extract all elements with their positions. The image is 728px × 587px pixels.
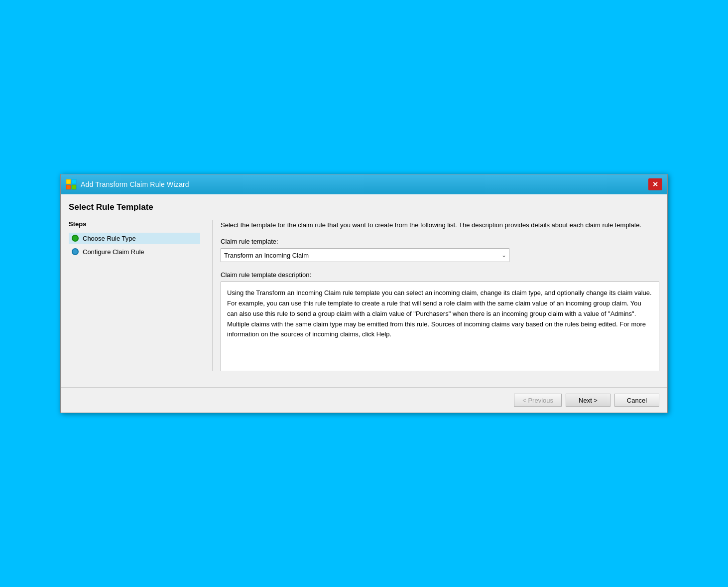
sidebar-item-configure-claim-rule[interactable]: Configure Claim Rule: [69, 246, 200, 258]
title-bar-left: Add Transform Claim Rule Wizard: [66, 179, 189, 190]
svg-rect-0: [66, 179, 71, 184]
cancel-button[interactable]: Cancel: [614, 394, 659, 407]
next-button[interactable]: Next >: [566, 394, 610, 407]
wizard-window: Add Transform Claim Rule Wizard ✕ Select…: [60, 174, 668, 414]
step-label-choose-rule-type: Choose Rule Type: [83, 235, 136, 242]
template-dropdown-wrapper: Transform an Incoming Claim ⌄: [221, 248, 509, 262]
svg-rect-1: [72, 179, 76, 184]
sidebar-item-choose-rule-type[interactable]: Choose Rule Type: [69, 233, 200, 244]
step-dot-blue: [72, 248, 79, 255]
window-content: Select Rule Template Steps Choose Rule T…: [61, 194, 667, 380]
svg-rect-2: [66, 185, 71, 189]
right-panel: Select the template for the claim rule t…: [217, 220, 659, 372]
step-label-configure-claim-rule: Configure Claim Rule: [83, 248, 144, 256]
title-bar-title: Add Transform Claim Rule Wizard: [81, 180, 189, 188]
step-dot-green: [72, 235, 79, 242]
intro-description: Select the template for the claim rule t…: [221, 220, 659, 230]
main-area: Steps Choose Rule Type Configure Claim R…: [69, 220, 659, 372]
vertical-divider: [212, 220, 213, 372]
footer: < Previous Next > Cancel: [61, 387, 667, 413]
desc-box-label: Claim rule template description:: [221, 271, 659, 279]
sidebar: Steps Choose Rule Type Configure Claim R…: [69, 220, 208, 372]
template-dropdown[interactable]: Transform an Incoming Claim: [221, 248, 509, 262]
template-description-box: Using the Transform an Incoming Claim ru…: [221, 282, 659, 371]
steps-label: Steps: [69, 220, 200, 228]
app-icon: [66, 179, 77, 190]
close-button[interactable]: ✕: [648, 178, 662, 190]
svg-rect-3: [72, 185, 76, 189]
title-bar: Add Transform Claim Rule Wizard ✕: [61, 174, 667, 194]
template-label: Claim rule template:: [221, 238, 659, 245]
page-title: Select Rule Template: [69, 202, 659, 212]
previous-button[interactable]: < Previous: [514, 394, 562, 407]
